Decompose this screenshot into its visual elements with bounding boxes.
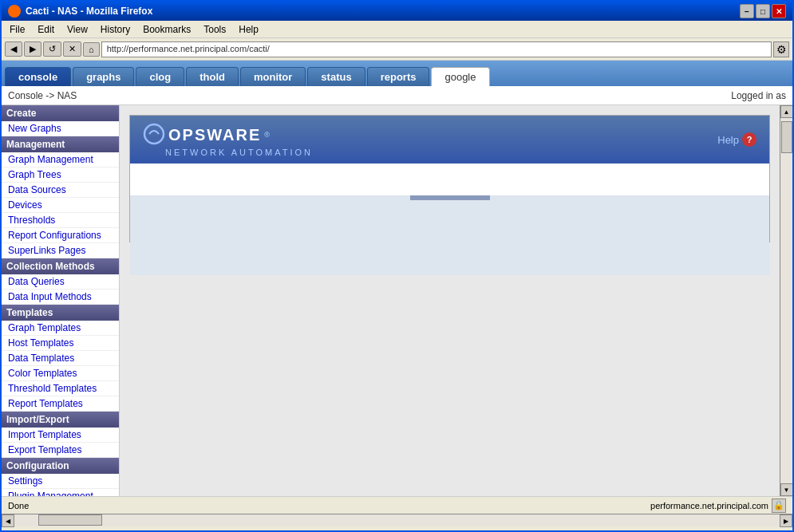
status-left: Done [8, 501, 29, 510]
h-scroll-track[interactable] [14, 514, 780, 526]
status-bar: Done performance.net.principal.com 🔒 [2, 496, 792, 514]
help-icon: ? [742, 132, 756, 147]
content-area: OPSWARE ® NETWORK AUTOMATION Help ? [120, 105, 780, 496]
opsware-header: OPSWARE ® NETWORK AUTOMATION Help ? [130, 116, 769, 164]
address-bar[interactable]: http://performance.net.principal.com/cac… [101, 41, 772, 57]
sidebar: Create New Graphs Management Graph Manag… [2, 105, 120, 496]
horizontal-scrollbar-row: ◀ ▶ [2, 514, 792, 526]
sidebar-item-superlinks-pages[interactable]: SuperLinks Pages [2, 243, 119, 258]
sidebar-item-thresholds[interactable]: Thresholds [2, 213, 119, 228]
gear-icon[interactable]: ⚙ [773, 41, 789, 57]
opsware-content [130, 195, 769, 275]
opsware-logo-top: OPSWARE ® [143, 123, 270, 148]
h-scroll-thumb[interactable] [38, 514, 102, 526]
sidebar-item-data-queries[interactable]: Data Queries [2, 274, 119, 290]
opsware-name: OPSWARE [168, 126, 261, 144]
vertical-scrollbar[interactable]: ▲ ▼ [780, 105, 792, 496]
logged-in-status: Logged in as [731, 90, 786, 101]
breadcrumb-bar: Console -> NAS Logged in as [2, 86, 792, 105]
sidebar-section-import-export: Import/Export [2, 412, 119, 428]
maximize-button[interactable]: □ [756, 4, 770, 18]
sidebar-item-graph-templates[interactable]: Graph Templates [2, 321, 119, 336]
opsware-logo-icon [143, 123, 165, 148]
menu-history[interactable]: History [96, 22, 135, 37]
sidebar-item-graph-trees[interactable]: Graph Trees [2, 167, 119, 183]
tab-google[interactable]: Google [431, 67, 489, 86]
tab-status[interactable]: status [307, 67, 365, 86]
menu-tools[interactable]: Tools [199, 22, 231, 37]
sidebar-item-data-sources[interactable]: Data Sources [2, 183, 119, 198]
status-text: Done [8, 501, 29, 510]
sidebar-section-configuration: Configuration [2, 458, 119, 474]
sidebar-item-threshold-templates[interactable]: Threshold Templates [2, 381, 119, 396]
sidebar-item-data-templates[interactable]: Data Templates [2, 351, 119, 366]
sidebar-item-report-templates[interactable]: Report Templates [2, 396, 119, 412]
opsware-circle-icon [143, 123, 165, 145]
tab-console[interactable]: console [5, 67, 71, 86]
sidebar-item-settings[interactable]: Settings [2, 474, 119, 489]
close-button[interactable]: ✕ [772, 4, 786, 18]
tab-thold[interactable]: thold [186, 67, 239, 86]
sidebar-item-new-graphs[interactable]: New Graphs [2, 121, 119, 136]
help-label: Help [717, 134, 739, 146]
main-area: Create New Graphs Management Graph Manag… [2, 105, 792, 496]
reload-button[interactable]: ↺ [43, 41, 61, 57]
sidebar-item-host-templates[interactable]: Host Templates [2, 336, 119, 351]
tab-monitor[interactable]: monitor [240, 67, 306, 86]
sidebar-item-import-templates[interactable]: Import Templates [2, 428, 119, 443]
title-bar-buttons[interactable]: − □ ✕ [740, 4, 786, 18]
scroll-right-button[interactable]: ▶ [780, 514, 792, 527]
status-right: performance.net.principal.com 🔒 [650, 499, 786, 513]
sidebar-item-export-templates[interactable]: Export Templates [2, 443, 119, 458]
sidebar-item-data-input-methods[interactable]: Data Input Methods [2, 290, 119, 305]
scroll-thumb[interactable] [781, 121, 792, 153]
breadcrumb: Console -> NAS [8, 90, 77, 101]
nav-tabs: console graphs clog thold monitor status… [2, 61, 792, 86]
sidebar-item-devices[interactable]: Devices [2, 198, 119, 213]
menu-file[interactable]: File [5, 22, 30, 37]
forward-button[interactable]: ▶ [24, 41, 41, 57]
sidebar-item-report-configurations[interactable]: Report Configurations [2, 228, 119, 243]
title-bar: Cacti - NAS - Mozilla Firefox − □ ✕ [2, 2, 792, 21]
title-bar-left: Cacti - NAS - Mozilla Firefox [8, 5, 152, 18]
sidebar-section-templates: Templates [2, 305, 119, 321]
scroll-up-button[interactable]: ▲ [780, 105, 793, 118]
sidebar-section-collection-methods: Collection Methods [2, 258, 119, 274]
home-button[interactable]: ⌂ [83, 42, 100, 57]
scroll-down-button[interactable]: ▼ [780, 483, 793, 496]
menu-bookmarks[interactable]: Bookmarks [138, 22, 196, 37]
sidebar-item-color-templates[interactable]: Color Templates [2, 366, 119, 381]
svg-point-0 [144, 124, 164, 144]
loading-bar [410, 195, 490, 200]
menu-bar: File Edit View History Bookmarks Tools H… [2, 21, 792, 38]
help-button[interactable]: Help ? [717, 132, 756, 147]
sidebar-item-graph-management[interactable]: Graph Management [2, 152, 119, 167]
sidebar-section-management: Management [2, 136, 119, 152]
menu-help[interactable]: Help [234, 22, 263, 37]
status-url: performance.net.principal.com [650, 501, 768, 510]
firefox-icon [8, 5, 21, 18]
tab-graphs[interactable]: graphs [73, 67, 134, 86]
window-title: Cacti - NAS - Mozilla Firefox [26, 6, 152, 17]
menu-edit[interactable]: Edit [33, 22, 59, 37]
scroll-left-button[interactable]: ◀ [2, 514, 14, 527]
sidebar-section-create: Create [2, 105, 119, 121]
ssl-icon: 🔒 [772, 499, 786, 513]
tab-reports[interactable]: reports [367, 67, 430, 86]
minimize-button[interactable]: − [740, 4, 754, 18]
back-button[interactable]: ◀ [5, 41, 22, 57]
sidebar-item-plugin-management[interactable]: Plugin Management [2, 489, 119, 496]
menu-view[interactable]: View [62, 22, 93, 37]
opsware-subtitle-text: NETWORK AUTOMATION [165, 148, 313, 157]
opsware-frame: OPSWARE ® NETWORK AUTOMATION Help ? [129, 115, 770, 242]
scroll-track[interactable] [780, 118, 793, 483]
stop-button[interactable]: ✕ [63, 41, 81, 57]
tab-clog[interactable]: clog [136, 67, 184, 86]
browser-toolbar: ◀ ▶ ↺ ✕ ⌂ http://performance.net.princip… [2, 38, 792, 61]
opsware-subtitle: NETWORK AUTOMATION [165, 148, 313, 157]
opsware-logo: OPSWARE ® NETWORK AUTOMATION [143, 123, 313, 157]
